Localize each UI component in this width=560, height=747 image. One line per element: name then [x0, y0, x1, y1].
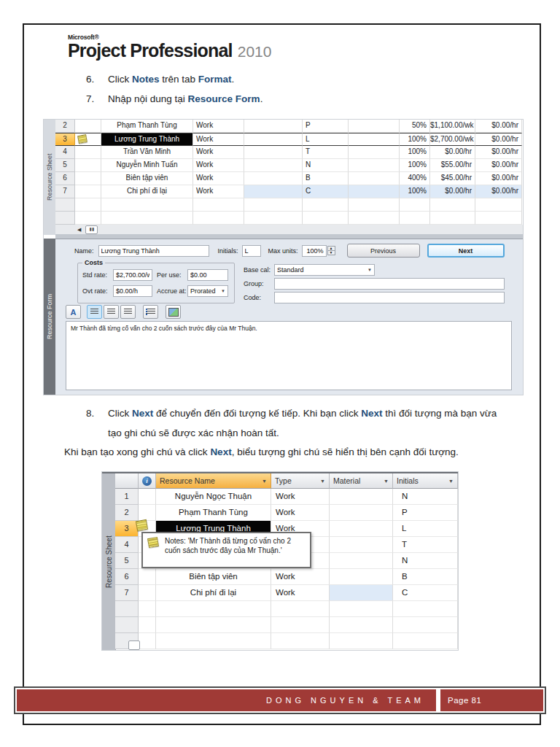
- row-number[interactable]: 1: [115, 489, 139, 505]
- cell-max-units[interactable]: 100%: [400, 159, 430, 172]
- cell-material[interactable]: [244, 185, 303, 198]
- cell-type[interactable]: Work: [193, 146, 244, 159]
- cell-resource-name[interactable]: Nguyễn Minh Tuấn: [101, 159, 193, 172]
- cell-type[interactable]: Work: [271, 489, 330, 505]
- row-number[interactable]: 4: [115, 537, 139, 553]
- empty-cell[interactable]: [244, 198, 303, 212]
- row-number[interactable]: 6: [55, 172, 75, 185]
- cell-material[interactable]: [330, 505, 393, 521]
- empty-cell[interactable]: [430, 212, 475, 225]
- cell-std-rate[interactable]: $0.00/hr: [430, 146, 475, 159]
- resource-name-header[interactable]: Resource Name▼: [156, 473, 271, 489]
- horizontal-scrollbar[interactable]: ◀ ▮▮: [55, 225, 523, 235]
- cell-initials[interactable]: T: [393, 537, 458, 553]
- cell-initials[interactable]: L: [393, 521, 458, 537]
- cell-type[interactable]: Work: [271, 585, 330, 601]
- previous-button[interactable]: Previous: [347, 244, 420, 258]
- empty-cell[interactable]: [349, 198, 400, 212]
- empty-cell[interactable]: [244, 212, 303, 225]
- per-use-field[interactable]: [187, 269, 228, 281]
- cell-max-units[interactable]: 400%: [400, 172, 430, 185]
- indicator-cell[interactable]: [139, 585, 156, 601]
- empty-cell[interactable]: [101, 212, 193, 225]
- cell-ovt-rate[interactable]: $0.00/hr: [475, 146, 522, 159]
- row-number[interactable]: 3: [115, 521, 139, 537]
- row-number[interactable]: 2: [115, 505, 139, 521]
- row-number[interactable]: 4: [55, 146, 75, 159]
- base-cal-dropdown[interactable]: Standard▼: [274, 264, 375, 276]
- empty-cell[interactable]: [156, 617, 271, 633]
- name-field[interactable]: [98, 245, 209, 257]
- cell-ovt-rate[interactable]: $0.00/hr: [475, 133, 522, 146]
- indicator-cell[interactable]: [139, 505, 156, 521]
- empty-cell[interactable]: [303, 212, 349, 225]
- note-icon[interactable]: [136, 519, 148, 531]
- max-units-field[interactable]: [302, 245, 327, 257]
- indicator-header[interactable]: i: [139, 473, 156, 489]
- notes-textarea[interactable]: Mr Thành đã từng cố vấn cho 2 cuốn sách …: [66, 321, 512, 390]
- row-number[interactable]: 5: [115, 553, 139, 569]
- cell-initials[interactable]: C: [303, 185, 349, 198]
- cell-ovt-rate[interactable]: $0.00/hr: [475, 120, 522, 133]
- material-header[interactable]: Material▼: [330, 473, 393, 489]
- cell-std-rate[interactable]: $0.00/hr: [430, 185, 475, 198]
- empty-cell[interactable]: [400, 198, 430, 212]
- cell-max-units[interactable]: 100%: [400, 146, 430, 159]
- cell-std-rate[interactable]: $45.00/hr: [430, 172, 475, 185]
- std-rate-field[interactable]: [113, 269, 152, 281]
- cell-resource-name[interactable]: Phạm Thanh Tùng: [101, 120, 193, 133]
- cell-type[interactable]: Work: [193, 172, 244, 185]
- ovt-rate-field[interactable]: [113, 285, 152, 297]
- cell-max-units[interactable]: 50%: [400, 120, 430, 133]
- cell-initials[interactable]: N: [393, 553, 458, 569]
- indicator-cell[interactable]: [75, 120, 101, 133]
- row-number[interactable]: 2: [55, 120, 75, 133]
- initials-header[interactable]: Initials▼: [393, 473, 458, 489]
- scroll-split-handle[interactable]: ▮▮: [85, 225, 98, 234]
- cell-resource-name[interactable]: Biên tập viên: [101, 172, 193, 185]
- cell-material[interactable]: [330, 489, 393, 505]
- cell-group[interactable]: [349, 146, 400, 159]
- insert-image-button[interactable]: [166, 305, 181, 319]
- cell-initials[interactable]: N: [303, 159, 349, 172]
- empty-cell[interactable]: [75, 198, 101, 212]
- cell-initials[interactable]: B: [303, 172, 349, 185]
- cell-resource-name[interactable]: Nguyễn Ngọc Thuận: [156, 489, 271, 505]
- align-center-button[interactable]: [104, 305, 119, 319]
- cell-initials[interactable]: N: [393, 489, 458, 505]
- empty-cell[interactable]: [139, 601, 156, 617]
- cell-material[interactable]: [244, 159, 303, 172]
- cell-type[interactable]: Work: [193, 159, 244, 172]
- empty-cell[interactable]: [271, 633, 330, 649]
- cell-initials[interactable]: C: [393, 585, 458, 601]
- cell-max-units[interactable]: 100%: [400, 185, 430, 198]
- cell-max-units[interactable]: 100%: [400, 133, 430, 146]
- row-number[interactable]: 3: [55, 133, 75, 146]
- scroll-left-icon[interactable]: ◀: [77, 227, 81, 233]
- indicator-cell[interactable]: [75, 146, 101, 159]
- stepper-down-icon[interactable]: ▼: [327, 251, 335, 255]
- note-icon[interactable]: [77, 134, 88, 144]
- chevron-down-icon[interactable]: ▼: [448, 479, 454, 484]
- empty-cell[interactable]: [271, 617, 330, 633]
- indicator-cell[interactable]: [139, 489, 156, 505]
- empty-cell[interactable]: [393, 601, 458, 617]
- cell-initials[interactable]: P: [303, 120, 349, 133]
- empty-cell[interactable]: [271, 601, 330, 617]
- empty-cell[interactable]: [156, 633, 271, 649]
- row-number[interactable]: 7: [55, 185, 75, 198]
- cell-ovt-rate[interactable]: $0.00/hr: [475, 185, 522, 198]
- empty-cell[interactable]: [430, 198, 475, 212]
- empty-cell[interactable]: [193, 198, 244, 212]
- indicator-cell[interactable]: [139, 569, 156, 585]
- empty-cell[interactable]: [393, 633, 458, 649]
- cell-group[interactable]: [349, 172, 400, 185]
- row-number[interactable]: [115, 601, 139, 617]
- cell-type[interactable]: Work: [271, 569, 330, 585]
- chevron-down-icon[interactable]: ▼: [262, 479, 267, 484]
- empty-cell[interactable]: [139, 617, 156, 633]
- cell-group[interactable]: [349, 133, 400, 146]
- empty-cell[interactable]: [330, 617, 393, 633]
- cell-material[interactable]: [330, 521, 393, 537]
- row-number[interactable]: 5: [55, 159, 75, 172]
